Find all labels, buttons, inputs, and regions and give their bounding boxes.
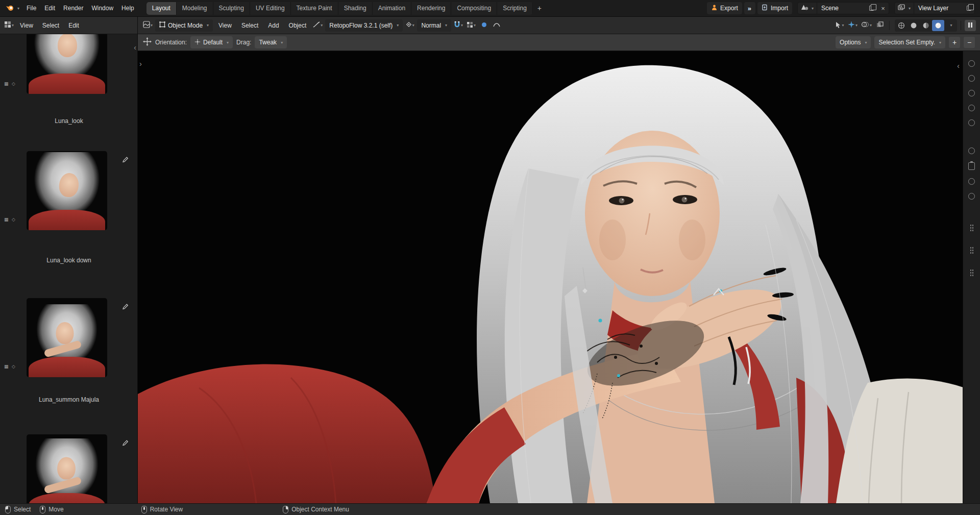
scene-icon xyxy=(801,4,808,12)
drag-grip-handle[interactable] xyxy=(970,224,974,232)
tab-modeling[interactable]: Modeling xyxy=(177,2,213,15)
strip-circle-button[interactable] xyxy=(968,105,975,111)
shading-material-button[interactable] xyxy=(920,20,932,31)
select-mode-button[interactable]: ▾ xyxy=(834,20,845,31)
falloff-curve-button[interactable] xyxy=(491,20,502,31)
tab-texture-paint[interactable]: Texture Paint xyxy=(291,2,338,15)
strip-circle-button[interactable] xyxy=(968,90,975,96)
double-chevron-icon[interactable]: » xyxy=(744,2,755,14)
view-layer-name-field[interactable]: View Layer xyxy=(914,5,963,12)
import-button[interactable]: Import xyxy=(757,2,792,14)
toolbar-expand-arrow[interactable]: › xyxy=(139,59,142,68)
shading-solid-button[interactable] xyxy=(908,20,920,31)
selection-set-remove-button[interactable]: − xyxy=(964,37,975,48)
strip-circle-button[interactable] xyxy=(968,60,975,67)
menu-file[interactable]: File xyxy=(22,3,40,14)
orientation-dropdown[interactable]: Normal xyxy=(417,19,451,32)
view-layer-browse-button[interactable]: ▾ xyxy=(895,3,914,14)
strip-circle-button[interactable] xyxy=(968,119,975,126)
drag-grip-handle[interactable] xyxy=(970,269,974,277)
sidebar-menu-edit[interactable]: Edit xyxy=(64,20,83,31)
asset-thumbnail-luna-look[interactable] xyxy=(27,34,107,94)
editor-type-button[interactable]: ▾ xyxy=(3,20,15,31)
proportional-edit-button[interactable] xyxy=(478,20,489,31)
strip-circle-button[interactable] xyxy=(968,148,975,154)
tab-rendering[interactable]: Rendering xyxy=(411,2,451,15)
selection-set-dropdown[interactable]: Selection Set Empty. xyxy=(874,36,945,48)
chevron-down-icon: ▾ xyxy=(950,23,952,28)
sidebar-menu-select[interactable]: Select xyxy=(38,20,63,31)
strip-circle-button[interactable] xyxy=(968,75,975,82)
xray-icon xyxy=(876,21,884,29)
menu-edit[interactable]: Edit xyxy=(40,3,59,14)
status-context-menu-label: Object Context Menu xyxy=(291,506,349,513)
drag-grip-handle[interactable] xyxy=(970,247,974,255)
scene-browse-button[interactable]: ▾ xyxy=(798,3,817,14)
mode-dropdown[interactable]: Object Mode xyxy=(155,19,213,32)
shading-wireframe-button[interactable] xyxy=(895,20,908,31)
image-layers-icon xyxy=(898,4,905,12)
tool-curve-button[interactable]: ▾ xyxy=(312,20,324,31)
tab-animation[interactable]: Animation xyxy=(373,2,411,15)
strip-circle-button[interactable] xyxy=(968,178,975,185)
transform-pivot-button[interactable]: ▾ xyxy=(404,20,415,31)
viewport-menu-add[interactable]: Add xyxy=(264,20,283,31)
selection-set-label: Selection Set Empty. xyxy=(878,39,935,46)
edit-pose-button[interactable] xyxy=(120,437,130,448)
orientation-default-dropdown[interactable]: Default xyxy=(190,36,233,48)
sidebar-menu-view[interactable]: View xyxy=(16,20,37,31)
drag-tweak-dropdown[interactable]: Tweak xyxy=(255,36,287,48)
export-button[interactable]: Export xyxy=(707,2,742,14)
strip-circle-button[interactable] xyxy=(968,193,975,200)
viewport-canvas[interactable]: › ‹ xyxy=(138,51,980,503)
xray-toggle-button[interactable] xyxy=(874,20,886,31)
asset-thumbnail-luna-summon-majula[interactable] xyxy=(27,298,107,377)
tab-uv-editing[interactable]: UV Editing xyxy=(250,2,291,15)
asset-thumbnail[interactable] xyxy=(27,434,107,503)
viewport-menu-object[interactable]: Object xyxy=(285,20,311,31)
clipboard-icon[interactable] xyxy=(968,162,975,170)
chevron-down-icon: ▾ xyxy=(151,23,153,28)
view-layer-new-button[interactable] xyxy=(963,3,974,14)
add-workspace-button[interactable]: + xyxy=(533,2,546,15)
object-mode-icon xyxy=(159,21,165,29)
menu-help[interactable]: Help xyxy=(117,3,138,14)
menu-window[interactable]: Window xyxy=(87,3,117,14)
tab-compositing[interactable]: Compositing xyxy=(451,2,497,15)
status-context-menu: Object Context Menu xyxy=(283,506,349,513)
selection-set-add-button[interactable]: + xyxy=(949,37,960,48)
scene-new-button[interactable] xyxy=(866,3,877,14)
pause-button[interactable] xyxy=(965,20,976,31)
snap-target-button[interactable]: ▾ xyxy=(465,20,477,31)
gizmo-toggle-button[interactable]: ▾ xyxy=(847,20,859,31)
status-move-label: Move xyxy=(48,506,63,513)
retopoflow-dropdown[interactable]: RetopoFlow 3.2.1 (self) xyxy=(325,19,403,32)
drag-setting-label: Drag: xyxy=(236,39,251,46)
cursor-icon xyxy=(835,21,841,30)
shading-dropdown-button[interactable]: ▾ xyxy=(944,20,957,31)
snap-toggle-button[interactable]: ▾ xyxy=(453,20,464,31)
orientation-label: Normal xyxy=(421,22,441,29)
divider xyxy=(961,21,961,30)
scene-name-field[interactable]: Scene xyxy=(817,5,866,12)
editor-type-button[interactable]: ▾ xyxy=(142,20,154,31)
tab-shading[interactable]: Shading xyxy=(338,2,373,15)
sidebar-collapse-arrow[interactable]: ‹ xyxy=(134,43,136,52)
tab-scripting[interactable]: Scripting xyxy=(497,2,533,15)
menu-render[interactable]: Render xyxy=(59,3,87,14)
tab-sculpting[interactable]: Sculpting xyxy=(213,2,250,15)
viewport-menu-select[interactable]: Select xyxy=(237,20,262,31)
options-dropdown[interactable]: Options xyxy=(836,36,871,48)
chevron-down-icon: ▾ xyxy=(855,23,857,28)
npanel-collapse-arrow[interactable]: ‹ xyxy=(957,61,960,70)
scene-delete-button[interactable]: × xyxy=(877,3,889,14)
viewport-menu-view[interactable]: View xyxy=(214,20,236,31)
edit-pose-button[interactable] xyxy=(120,301,130,311)
tab-layout[interactable]: Layout xyxy=(146,2,177,15)
edit-pose-button[interactable] xyxy=(120,154,130,164)
mouse-right-icon xyxy=(283,506,288,513)
overlays-button[interactable]: ▾ xyxy=(860,20,873,31)
asset-thumbnail-luna-look-down[interactable] xyxy=(27,151,107,230)
shading-rendered-button[interactable] xyxy=(932,20,944,31)
blender-menu-button[interactable]: ▾ xyxy=(4,4,22,13)
